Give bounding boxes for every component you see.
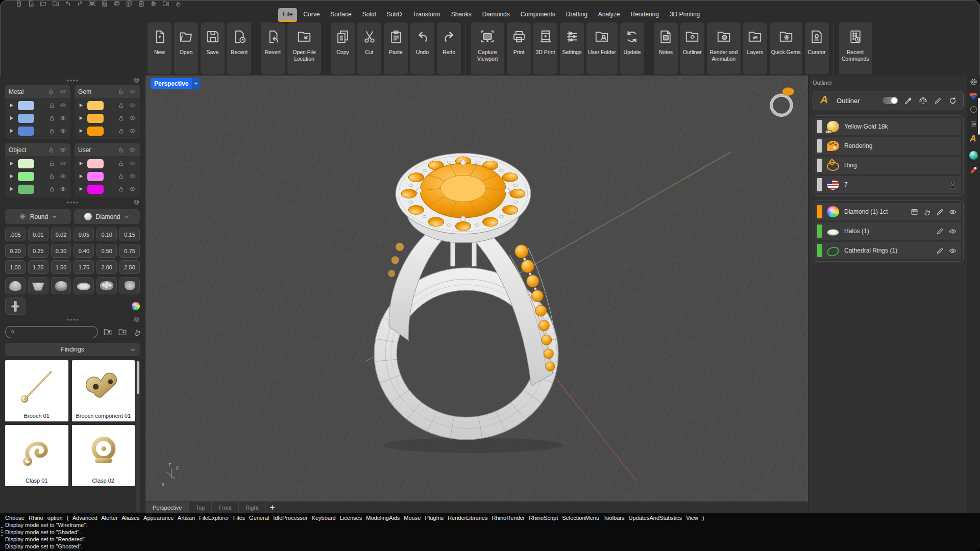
group-lock-button[interactable]	[117, 88, 125, 95]
swatch-lock-button[interactable]	[48, 160, 56, 167]
swatch-visibility-button[interactable]	[129, 102, 136, 109]
toolbar-button[interactable]: Render and Animation	[707, 22, 741, 74]
swatch-visibility-button[interactable]	[59, 185, 67, 193]
gem-size-button[interactable]: 0.30	[51, 244, 71, 258]
panel-settings-button[interactable]	[133, 199, 140, 206]
library-item-card[interactable]: Brooch 01	[5, 360, 68, 421]
toolbar-button[interactable]: Curator	[805, 22, 829, 74]
gem-size-button[interactable]: 1.50	[51, 260, 71, 274]
gem-size-button[interactable]: 0.15	[119, 228, 140, 241]
toolbar-button[interactable]: Update	[620, 22, 644, 74]
quick-access-button[interactable]	[175, 0, 182, 7]
color-swatch[interactable]	[87, 185, 104, 194]
side-tab-button[interactable]	[969, 119, 978, 129]
outliner-row[interactable]: 7	[815, 176, 961, 193]
group-visibility-button[interactable]	[59, 146, 67, 154]
quick-access-button[interactable]	[52, 0, 59, 7]
group-lock-button[interactable]	[47, 146, 55, 154]
toolbar-button[interactable]: 3D Print	[533, 22, 557, 74]
gem-size-button[interactable]: 1.25	[28, 260, 48, 274]
toolbar-button[interactable]: Open	[174, 22, 198, 74]
library-user-folder-button[interactable]	[103, 328, 113, 337]
swatch-visibility-button[interactable]	[129, 114, 136, 122]
gem-size-button[interactable]: 0.05	[74, 228, 94, 241]
quick-access-button[interactable]	[101, 0, 108, 7]
quick-access-button[interactable]	[162, 0, 169, 7]
toolbar-button[interactable]: Outliner	[680, 22, 704, 74]
refresh-button[interactable]	[948, 96, 957, 105]
swatch-visibility-button[interactable]	[59, 114, 67, 122]
setting-head-button[interactable]	[74, 277, 94, 294]
scrollbar-thumb[interactable]	[137, 361, 139, 394]
toolbar-button[interactable]: New	[148, 22, 172, 74]
toolbar-button[interactable]: Print	[507, 22, 531, 74]
swatch-lock-button[interactable]	[48, 114, 56, 122]
side-tab-button[interactable]	[970, 166, 977, 173]
viewport-tab[interactable]: Perspective	[145, 502, 189, 513]
apply-swatch-button[interactable]	[9, 161, 14, 166]
peg-head-button[interactable]	[5, 297, 26, 315]
toolbar-button[interactable]: Save	[201, 22, 225, 74]
row-action-button[interactable]	[923, 208, 932, 216]
color-swatch[interactable]	[18, 114, 34, 123]
swatch-lock-button[interactable]	[48, 102, 56, 109]
gem-size-button[interactable]: 2.50	[119, 260, 140, 274]
apply-swatch-button[interactable]	[78, 173, 84, 179]
swatch-lock-button[interactable]	[117, 127, 125, 135]
menu-tab[interactable]: Solid	[358, 8, 381, 20]
gem-size-button[interactable]: .005	[5, 228, 26, 241]
panel-options-button[interactable]	[969, 78, 978, 86]
color-swatch[interactable]	[18, 185, 34, 194]
color-swatch[interactable]	[18, 159, 34, 168]
toolbar-button[interactable]: Capture Viewport	[471, 22, 504, 74]
apply-swatch-button[interactable]	[78, 161, 84, 166]
viewport-tab[interactable]: Top	[189, 502, 212, 513]
weight-report-button[interactable]	[919, 96, 927, 105]
menu-tab[interactable]: Analyze	[594, 8, 625, 20]
apply-swatch-button[interactable]	[9, 115, 14, 121]
row-action-button[interactable]	[948, 246, 957, 255]
quick-access-button[interactable]	[15, 0, 22, 7]
row-action-button[interactable]	[936, 246, 944, 255]
setting-head-button[interactable]	[96, 277, 117, 294]
menu-tab[interactable]: File	[278, 8, 297, 20]
swatch-lock-button[interactable]	[117, 172, 125, 180]
swatch-visibility-button[interactable]	[59, 160, 67, 167]
color-swatch[interactable]	[18, 172, 34, 181]
menu-tab[interactable]: Rendering	[626, 8, 664, 20]
gem-material-dropdown[interactable]: Diamond	[74, 209, 140, 224]
apply-swatch-button[interactable]	[78, 128, 84, 134]
swatch-lock-button[interactable]	[117, 160, 125, 167]
swatch-visibility-button[interactable]	[59, 127, 67, 135]
gem-size-button[interactable]: 0.02	[51, 228, 71, 241]
color-swatch[interactable]	[87, 172, 104, 181]
group-visibility-button[interactable]	[129, 88, 136, 95]
group-visibility-button[interactable]	[129, 146, 136, 154]
side-tab-button[interactable]	[969, 151, 978, 160]
viewport-label-caret[interactable]	[192, 78, 200, 89]
color-swatch[interactable]	[87, 114, 104, 123]
side-tab-button[interactable]	[969, 92, 977, 99]
menu-tab[interactable]: Transform	[408, 8, 445, 20]
viewport-canvas[interactable]: Perspective z y x	[145, 76, 808, 502]
library-item-card[interactable]: Clasp 02	[72, 425, 135, 486]
pick-object-button[interactable]	[904, 96, 913, 105]
row-action-button[interactable]	[936, 227, 944, 236]
menu-tab[interactable]: Shanks	[447, 8, 476, 20]
gem-size-button[interactable]: 2.00	[96, 260, 117, 274]
viewport-tab[interactable]: Front	[212, 502, 239, 513]
menu-tab[interactable]: Curve	[299, 8, 324, 20]
group-lock-button[interactable]	[47, 88, 55, 95]
search-input[interactable]	[18, 329, 93, 336]
row-action-button[interactable]	[936, 208, 944, 216]
toolbar-button[interactable]: Redo	[437, 22, 461, 74]
row-action-button[interactable]	[910, 208, 919, 216]
gem-size-button[interactable]: 0.25	[28, 244, 48, 258]
gem-size-button[interactable]: 0.40	[74, 244, 94, 258]
apply-swatch-button[interactable]	[78, 115, 84, 121]
toolbar-button[interactable]: Undo	[410, 22, 434, 74]
drag-handle-icon[interactable]	[66, 318, 79, 322]
outliner-row[interactable]: Ring	[815, 157, 961, 174]
color-swatch[interactable]	[87, 159, 104, 168]
quick-access-button[interactable]	[113, 0, 120, 7]
